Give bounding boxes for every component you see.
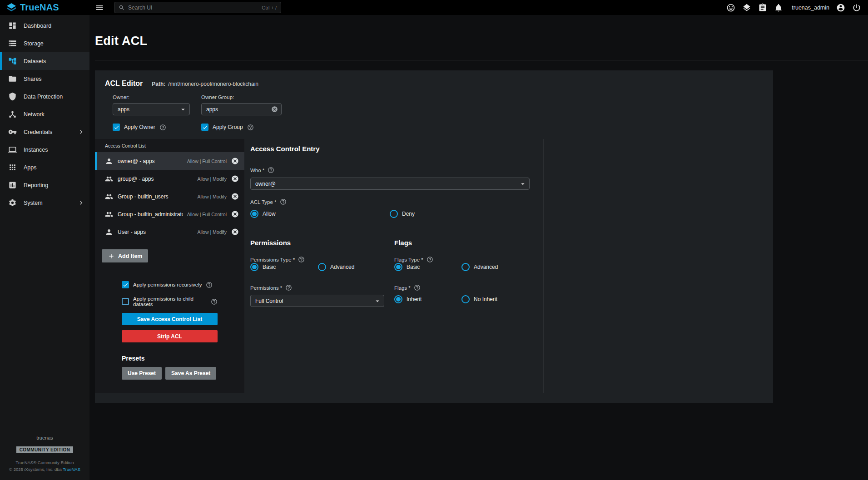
acl-type-allow-radio[interactable]: Allow — [250, 210, 390, 218]
sidebar-item-storage[interactable]: Storage — [0, 35, 89, 52]
help-icon[interactable] — [298, 256, 305, 263]
remove-entry-icon[interactable] — [231, 193, 239, 200]
remove-entry-icon[interactable] — [231, 157, 239, 165]
sidebar-item-reporting[interactable]: Reporting — [0, 176, 89, 194]
radio-icon — [318, 263, 326, 271]
plus-icon — [108, 252, 115, 260]
apply-owner-checkbox[interactable] — [113, 124, 120, 131]
use-preset-button[interactable]: Use Preset — [122, 367, 162, 380]
access-control-list-panel: Access Control List owner@ - apps Allow … — [95, 139, 244, 393]
sidebar-item-shares[interactable]: Shares — [0, 70, 89, 88]
apply-group-label: Apply Group — [213, 124, 243, 130]
sidebar-item-label: Data Protection — [24, 94, 63, 100]
radio-icon — [461, 263, 470, 271]
save-access-control-list-button[interactable]: Save Access Control List — [122, 313, 218, 325]
who-select[interactable]: owner@ — [250, 178, 530, 190]
save-as-preset-button[interactable]: Save As Preset — [165, 367, 216, 380]
search-bar[interactable]: Ctrl + / — [114, 2, 281, 13]
datasets-tree-icon — [8, 57, 17, 65]
acl-editor-title: ACL Editor — [105, 79, 143, 88]
user-icon — [105, 157, 113, 165]
sidebar: Dashboard Storage Datasets Shares Data P… — [0, 15, 89, 480]
sidebar-item-data-protection[interactable]: Data Protection — [0, 88, 89, 105]
apply-to-child-datasets-row[interactable]: Apply permissions to child datasets — [122, 296, 218, 307]
acl-type-label: ACL Type * — [250, 199, 277, 205]
remove-entry-icon[interactable] — [231, 175, 239, 183]
shares-folder-icon — [8, 74, 17, 83]
sidebar-item-credentials[interactable]: Credentials — [0, 123, 89, 141]
acl-entry-row[interactable]: Group - builtin_administrators Allow | F… — [95, 205, 244, 223]
jobs-layers-icon[interactable] — [742, 3, 751, 12]
owner-group-field[interactable] — [201, 103, 282, 115]
flags-no-inherit-radio[interactable]: No Inherit — [461, 295, 497, 303]
apply-owner-row[interactable]: Apply Owner — [113, 124, 201, 131]
apply-to-child-datasets-checkbox[interactable] — [122, 298, 129, 305]
alerts-bell-icon[interactable] — [774, 3, 783, 12]
help-icon[interactable] — [280, 198, 287, 205]
acl-entry-row[interactable]: Group - builtin_users Allow | Modify — [95, 188, 244, 205]
truenas-link[interactable]: TrueNAS — [63, 467, 80, 472]
menu-icon[interactable] — [95, 3, 104, 12]
owner-select[interactable]: apps — [113, 103, 190, 115]
dashboard-icon — [8, 21, 17, 30]
title-divider — [95, 60, 868, 60]
acl-type-deny-radio[interactable]: Deny — [390, 210, 415, 218]
sidebar-item-dashboard[interactable]: Dashboard — [0, 17, 89, 35]
acl-entry-permissions: Allow | Modify — [197, 176, 227, 182]
apply-recursively-checkbox[interactable] — [122, 281, 129, 288]
permissions-type-advanced-radio[interactable]: Advanced — [318, 263, 354, 271]
who-select-value: owner@ — [255, 181, 519, 187]
acl-editor-card: ACL Editor Path: /mnt/monero-pool/monero… — [95, 70, 773, 403]
search-icon — [119, 5, 125, 11]
sidebar-item-network[interactable]: Network — [0, 105, 89, 123]
strip-acl-button[interactable]: Strip ACL — [122, 330, 218, 342]
acl-entry-who: User - apps — [118, 229, 193, 235]
flags-inherit-radio[interactable]: Inherit — [394, 295, 461, 303]
help-icon[interactable] — [211, 298, 218, 305]
acl-entry-permissions: Allow | Modify — [197, 229, 227, 235]
remove-entry-icon[interactable] — [231, 228, 239, 236]
user-account-icon[interactable] — [836, 3, 845, 12]
sidebar-item-label: Credentials — [24, 129, 52, 135]
help-icon[interactable] — [427, 256, 433, 263]
sidebar-item-label: Apps — [24, 164, 37, 171]
checklist-clipboard-icon[interactable] — [758, 3, 767, 12]
help-icon[interactable] — [206, 282, 213, 288]
acl-entry-row[interactable]: User - apps Allow | Modify — [95, 223, 244, 241]
help-icon[interactable] — [247, 124, 254, 131]
acl-entry-permissions: Allow | Full Control — [187, 212, 227, 217]
flags-type-basic-radio[interactable]: Basic — [394, 263, 461, 271]
sidebar-item-instances[interactable]: Instances — [0, 141, 89, 158]
help-icon[interactable] — [414, 284, 421, 291]
clear-icon[interactable] — [271, 106, 278, 113]
sidebar-item-system[interactable]: System — [0, 194, 89, 212]
search-input[interactable] — [128, 5, 258, 11]
help-icon[interactable] — [159, 124, 166, 131]
remove-entry-icon[interactable] — [231, 210, 239, 218]
add-item-button[interactable]: Add Item — [102, 249, 148, 262]
sidebar-item-apps[interactable]: Apps — [0, 158, 89, 176]
apply-recursively-row[interactable]: Apply permissions recursively — [122, 281, 218, 288]
apply-group-checkbox[interactable] — [201, 124, 208, 131]
sidebar-item-datasets[interactable]: Datasets — [0, 52, 89, 70]
permissions-select[interactable]: Full Control — [250, 295, 384, 307]
help-icon[interactable] — [285, 284, 292, 291]
network-hub-icon — [8, 110, 17, 119]
apply-owner-label: Apply Owner — [124, 124, 155, 130]
owner-select-value: apps — [118, 106, 179, 113]
acl-entry-row[interactable]: owner@ - apps Allow | Full Control — [95, 152, 244, 170]
flags-type-advanced-radio[interactable]: Advanced — [461, 263, 498, 271]
flags-section-heading: Flags — [394, 239, 412, 247]
permissions-type-basic-radio[interactable]: Basic — [250, 263, 318, 271]
permissions-label: Permissions * — [250, 285, 282, 291]
owner-group-input[interactable] — [206, 106, 271, 113]
owner-group-label: Owner Group: — [201, 94, 282, 100]
help-icon[interactable] — [268, 167, 274, 173]
apply-group-row[interactable]: Apply Group — [201, 124, 254, 131]
feedback-smiley-icon[interactable] — [726, 3, 735, 12]
truenas-logo[interactable]: TrueNAS — [0, 2, 89, 13]
acl-entry-row[interactable]: group@ - apps Allow | Modify — [95, 170, 244, 188]
entry-title: Access Control Entry — [250, 145, 543, 153]
power-icon[interactable] — [852, 3, 861, 12]
main-content: Edit ACL ACL Editor Path: /mnt/monero-po… — [89, 15, 868, 480]
